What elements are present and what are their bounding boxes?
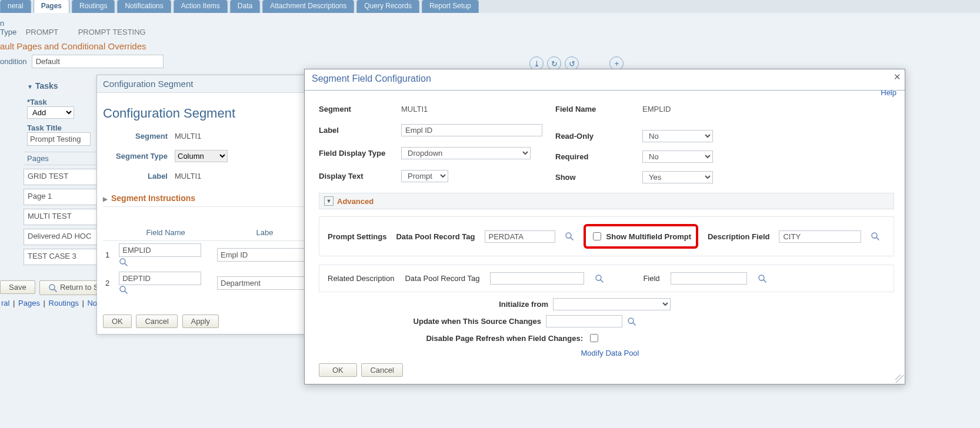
table-row: 2: [103, 269, 315, 297]
resize-handle[interactable]: [895, 374, 904, 383]
cfgseg-fieldname-hdr: Field Name: [116, 225, 215, 241]
data-pool-record-tag-label: Data Pool Record Tag: [396, 232, 475, 241]
related-field-input[interactable]: [671, 272, 747, 285]
initialize-from-label: Initialize from: [499, 300, 548, 309]
segment-value: MULTI1: [401, 105, 428, 113]
cfgseg-segtype-select[interactable]: Column: [175, 150, 228, 162]
tasks-panel: ▼Tasks *Task Add Task Title Pages GRID T…: [24, 79, 99, 269]
page-cell-2[interactable]: MULTI TEST: [24, 209, 99, 225]
row-field-input[interactable]: [119, 272, 201, 285]
row-label-input[interactable]: [217, 276, 312, 290]
lookup-icon[interactable]: [565, 232, 574, 241]
show-label: Show: [555, 173, 626, 182]
advanced-section-header[interactable]: ▼ Advanced: [319, 193, 894, 209]
condition-input[interactable]: [32, 55, 164, 68]
tab-report-setup[interactable]: Report Setup: [422, 0, 479, 13]
cfgseg-apply-button[interactable]: Apply: [182, 315, 219, 328]
tab-notifications[interactable]: Notifications: [117, 0, 171, 13]
show-multifield-prompt-highlight: Show Multifield Prompt: [584, 224, 698, 249]
page-cell-3[interactable]: Delivered AD HOC: [24, 229, 99, 245]
tab-general[interactable]: neral: [0, 0, 31, 13]
title-value: PROMPT TESTING: [78, 28, 146, 36]
modal-cancel-button[interactable]: Cancel: [361, 363, 402, 377]
cfgseg-label-hdr: Labe: [215, 225, 315, 241]
save-button[interactable]: Save: [0, 280, 35, 294]
segment-label: Segment: [319, 105, 401, 113]
modify-data-pool-link[interactable]: Modify Data Pool: [581, 349, 639, 357]
chevron-down-icon[interactable]: ▼: [324, 196, 334, 206]
lookup-icon[interactable]: [758, 274, 767, 283]
type-label: n Type: [0, 19, 19, 36]
row-label-input[interactable]: [217, 248, 312, 262]
tab-attachment-descriptions[interactable]: Attachment Descriptions: [262, 0, 354, 13]
task-label: *Task: [27, 98, 99, 106]
segment-field-configuration-modal: Segment Field Configuration ✕ Help Segme…: [304, 69, 905, 384]
disable-refresh-checkbox[interactable]: [590, 334, 598, 342]
display-text-select[interactable]: Prompt: [401, 170, 448, 182]
tab-query-records[interactable]: Query Records: [356, 0, 419, 13]
show-select[interactable]: Yes: [642, 171, 713, 183]
row-index: 1: [103, 241, 116, 269]
field-display-type-select[interactable]: Dropdown: [401, 147, 531, 159]
required-select[interactable]: No: [642, 151, 713, 163]
type-value: PROMPT: [26, 28, 58, 36]
footer-link-general[interactable]: ral: [1, 299, 9, 307]
section-title: ault Pages and Conditional Overrides: [0, 41, 975, 51]
initialize-from-select[interactable]: [553, 298, 671, 310]
page-cell-0[interactable]: GRID TEST: [24, 169, 99, 185]
pages-header: Pages: [24, 152, 99, 165]
tab-action-items[interactable]: Action Items: [174, 0, 228, 13]
tab-pages[interactable]: Pages: [34, 0, 69, 13]
lookup-icon[interactable]: [119, 258, 128, 267]
field-display-type-label: Field Display Type: [319, 149, 401, 158]
modal-title: Segment Field Configuration: [312, 73, 431, 83]
readonly-label: Read-Only: [555, 132, 626, 141]
label-label: Label: [319, 126, 401, 135]
data-pool-record-tag-input[interactable]: [485, 230, 555, 243]
disable-refresh-label: Disable Page Refresh when Field Changes:: [426, 334, 583, 343]
cfgseg-cancel-button[interactable]: Cancel: [136, 315, 177, 328]
show-multifield-prompt-checkbox[interactable]: [593, 232, 601, 240]
required-label: Required: [555, 152, 626, 161]
related-description-label: Related Description: [328, 274, 394, 283]
cfgseg-segment-label: Segment: [103, 132, 175, 141]
tab-data[interactable]: Data: [230, 0, 260, 13]
task-title-label: Task Title: [27, 123, 99, 132]
field-name-label: Field Name: [555, 105, 626, 113]
description-field-input[interactable]: [779, 230, 861, 243]
cfgseg-ok-button[interactable]: OK: [103, 315, 132, 328]
related-desc-record-tag-input[interactable]: [490, 272, 584, 285]
lookup-icon[interactable]: [627, 317, 636, 326]
prompt-settings-box: Prompt Settings Data Pool Record Tag Sho…: [319, 216, 894, 256]
row-field-input[interactable]: [119, 243, 201, 257]
lookup-icon[interactable]: [871, 232, 880, 241]
row-index: 2: [103, 269, 116, 297]
related-description-box: Related Description Data Pool Record Tag…: [319, 265, 894, 292]
condition-label: ondition: [0, 57, 29, 66]
modal-ok-button[interactable]: OK: [319, 363, 357, 377]
task-title-input[interactable]: [27, 132, 91, 146]
close-icon[interactable]: ✕: [894, 72, 901, 82]
page-cell-1[interactable]: Page 1: [24, 189, 99, 205]
tab-routings[interactable]: Routings: [72, 0, 115, 13]
task-select[interactable]: Add: [27, 106, 74, 119]
update-when-label: Update when This Source Changes: [414, 317, 541, 326]
page-cell-4[interactable]: TEST CASE 3: [24, 249, 99, 265]
lookup-icon[interactable]: [595, 274, 604, 283]
description-field-label: Description Field: [708, 232, 769, 241]
related-field-label: Field: [643, 274, 659, 283]
label-input[interactable]: [401, 124, 542, 136]
lookup-icon[interactable]: [119, 285, 128, 295]
show-multifield-prompt-label: Show Multifield Prompt: [606, 232, 691, 241]
footer-link-pages[interactable]: Pages: [18, 299, 40, 307]
search-icon: [48, 283, 58, 293]
cfgseg-segment-value: MULTI1: [175, 132, 201, 141]
cfgseg-field-table: Field Name Labe 1 2: [103, 225, 315, 297]
update-when-input[interactable]: [546, 315, 622, 327]
readonly-select[interactable]: No: [642, 130, 713, 142]
table-row: 1: [103, 241, 315, 269]
prompt-settings-label: Prompt Settings: [328, 232, 386, 241]
footer-link-routings[interactable]: Routings: [49, 299, 79, 307]
cfgseg-label-label: Label: [103, 172, 175, 180]
cfgseg-label-value: MULTI1: [175, 172, 201, 180]
